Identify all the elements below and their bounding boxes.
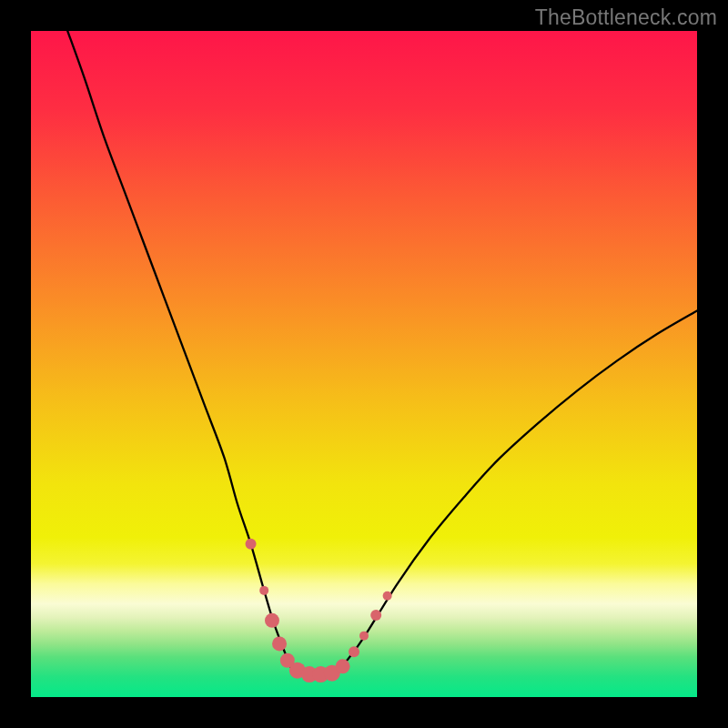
data-marker — [272, 636, 287, 651]
data-marker — [370, 610, 381, 621]
data-marker — [265, 613, 279, 628]
data-marker — [259, 586, 268, 595]
plot-area — [31, 31, 697, 697]
chart-frame: TheBottleneck.com — [0, 0, 728, 728]
data-marker — [359, 632, 369, 641]
chart-svg — [31, 31, 697, 697]
data-marker — [246, 539, 257, 550]
gradient-background — [31, 31, 697, 697]
data-marker — [383, 592, 392, 601]
data-marker — [336, 659, 350, 673]
watermark-text: TheBottleneck.com — [535, 5, 717, 30]
data-marker — [349, 646, 359, 657]
